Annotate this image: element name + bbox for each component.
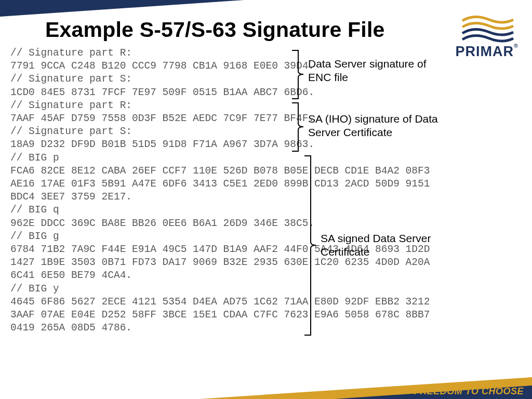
- bracket-1: [292, 49, 304, 102]
- bracket-3: [304, 155, 317, 338]
- annotation-1: Data Server signature of ENC file: [308, 57, 433, 84]
- annotation-2: SA (IHO) signature of Data Server Certif…: [308, 112, 438, 139]
- primar-logo-waves-icon: [458, 16, 515, 43]
- logo-wordmark: PRIMAR: [455, 44, 514, 59]
- bracket-2: [292, 102, 304, 154]
- tagline: FREEDOM TO CHOOSE: [414, 386, 524, 397]
- annotation-3: SA signed Data Server Certificate: [321, 232, 450, 258]
- slide-title: Example S-57/S-63 Signature File: [45, 18, 385, 42]
- corner-accent-top: [0, 0, 244, 17]
- logo-trademark: ®: [514, 43, 518, 49]
- signature-file-content: // Signature part R: 7791 9CCA C248 B120…: [10, 47, 431, 335]
- primar-logo-text: PRIMAR®: [455, 44, 518, 60]
- primar-logo: PRIMAR®: [455, 16, 518, 60]
